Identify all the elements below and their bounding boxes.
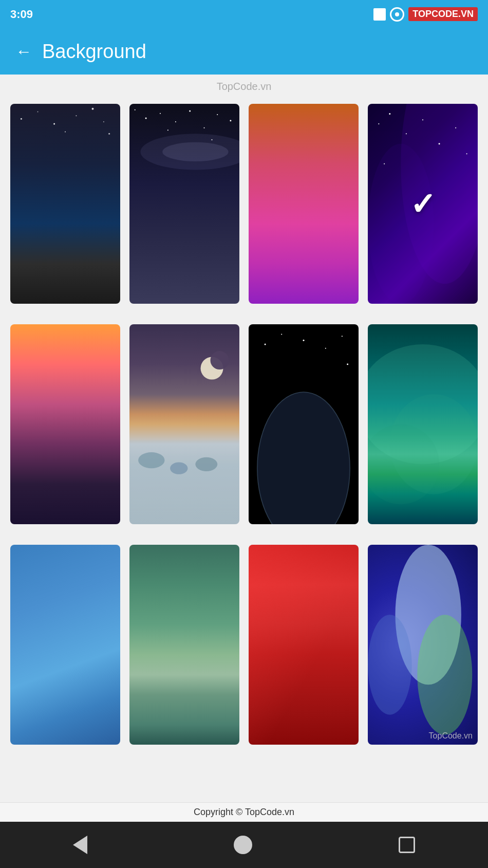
page-title: Background [42,41,146,63]
svg-point-51 [303,340,305,341]
status-icons: TOPCODE.VN [373,7,478,22]
copyright-bar: Copyright © TopCode.vn [0,802,488,822]
wallpaper-item-7[interactable] [249,324,359,524]
svg-point-52 [325,348,326,349]
wallpaper-item-9[interactable] [10,545,120,745]
grid-row-3: TopCode.vn [10,545,478,745]
svg-point-23 [204,127,205,128]
wallpaper-item-6[interactable] [129,324,239,524]
home-nav-button[interactable] [234,836,252,854]
wallpaper-item-10[interactable] [129,545,239,745]
svg-point-50 [281,334,282,335]
home-circle-icon [234,836,252,854]
svg-point-54 [347,363,348,365]
battery-icon [373,8,386,21]
svg-point-24 [217,114,218,115]
svg-point-21 [175,121,176,122]
wallpaper-item-4[interactable]: ✓ [368,104,478,304]
svg-point-18 [135,109,136,110]
svg-point-42 [210,351,229,370]
svg-point-11 [65,131,66,132]
back-nav-button[interactable] [73,836,87,854]
wallpaper-item-1[interactable] [10,104,120,304]
wallpaper-item-3[interactable] [249,104,359,304]
svg-point-5 [37,112,39,113]
check-icon: ✓ [410,186,436,222]
recent-square-icon [399,837,415,853]
status-time: 3:09 [10,8,33,21]
svg-point-22 [189,110,191,112]
wallpaper-item-11[interactable] [249,545,359,745]
selected-checkmark: ✓ [368,104,478,304]
svg-point-27 [212,139,213,140]
svg-point-25 [230,120,231,121]
wallpaper-item-2[interactable] [129,104,239,304]
grid-row-2 [10,324,478,524]
svg-point-19 [145,118,147,119]
svg-point-26 [167,130,168,131]
recent-nav-button[interactable] [399,837,415,853]
svg-point-7 [76,115,77,116]
svg-point-10 [108,133,110,135]
top-bar: ← Background [0,28,488,75]
signal-icon [390,7,404,22]
svg-point-59 [417,615,472,734]
svg-point-53 [342,336,343,337]
svg-point-60 [368,615,412,715]
wallpaper-item-5[interactable] [10,324,120,524]
svg-point-49 [265,343,266,345]
grid-row-1: ✓ [10,104,478,304]
back-triangle-icon [73,836,87,854]
svg-rect-46 [129,440,239,524]
status-bar: 3:09 TOPCODE.VN [0,0,488,28]
watermark-top: TopCode.vn [0,75,488,99]
svg-point-20 [160,113,161,114]
svg-point-6 [53,123,55,124]
watermark-bottom: TopCode.vn [429,731,473,741]
wallpaper-item-8[interactable] [368,324,478,524]
svg-point-48 [257,392,350,524]
wallpaper-grid: ✓ [0,99,488,802]
svg-point-4 [21,118,22,120]
svg-point-9 [103,121,104,122]
svg-point-8 [92,108,94,110]
topcode-logo: TOPCODE.VN [408,7,478,21]
back-button[interactable]: ← [15,42,32,61]
wallpaper-item-12[interactable]: TopCode.vn [368,545,478,745]
nav-bar [0,822,488,868]
